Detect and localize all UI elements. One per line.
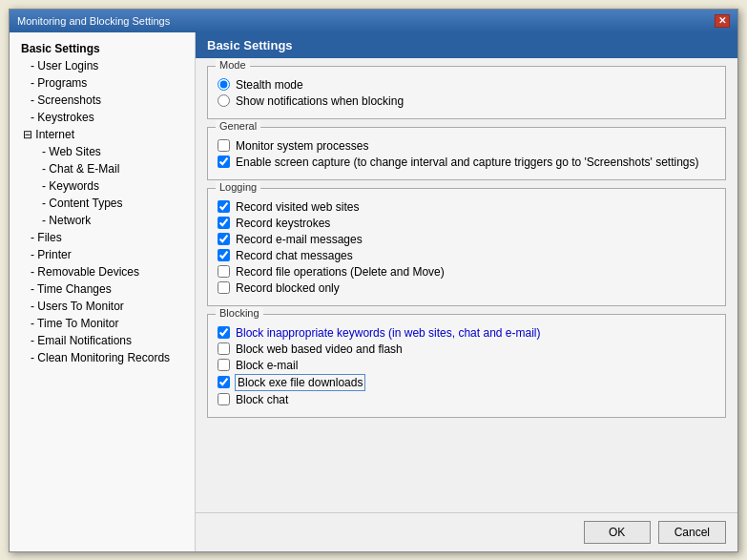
block-chat-checkbox[interactable]: [218, 393, 230, 405]
block-keywords-checkbox[interactable]: [218, 326, 230, 339]
stealth-radio[interactable]: [218, 78, 230, 91]
content-area: Basic Settings- User Logins- Programs- S…: [10, 32, 737, 551]
record-email-checkbox[interactable]: [218, 233, 230, 245]
sidebar-item-time-to-monitor[interactable]: - Time To Monitor: [13, 315, 191, 332]
show-notifications-label: Show notifications when blocking: [236, 94, 404, 108]
general-section: General Monitor system processes Enable …: [207, 127, 726, 180]
sidebar-item-removable-devices[interactable]: - Removable Devices: [13, 263, 191, 280]
block-chat-label: Block chat: [236, 393, 288, 406]
sidebar-item-keystrokes[interactable]: - Keystrokes: [13, 109, 191, 126]
block-chat-row: Block chat: [218, 393, 716, 406]
panel-body: Mode Stealth mode Show notifications whe…: [196, 58, 737, 512]
sidebar-item-programs[interactable]: - Programs: [13, 74, 191, 92]
sidebar-item-label: - Keystrokes: [31, 111, 94, 124]
monitor-system-checkbox[interactable]: [218, 139, 230, 152]
record-file-ops-checkbox[interactable]: [218, 265, 230, 278]
sidebar-item-label: - Keywords: [42, 179, 99, 193]
sidebar-item-label: - Files: [31, 231, 62, 244]
sidebar-item-label: ⊟ Internet: [23, 128, 74, 141]
record-blocked-checkbox[interactable]: [218, 281, 230, 294]
sidebar-item-label: - Email Notifications: [31, 334, 132, 347]
sidebar-item-network[interactable]: - Network: [13, 212, 191, 229]
block-exe-label: Block exe file downloads: [236, 375, 364, 390]
sidebar-item-user-logins[interactable]: - User Logins: [13, 57, 191, 74]
main-panel: Basic Settings Mode Stealth mode Show no…: [196, 32, 737, 551]
record-chat-row: Record chat messages: [218, 249, 716, 262]
sidebar-item-printer[interactable]: - Printer: [13, 246, 191, 263]
record-blocked-row: Record blocked only: [218, 281, 716, 295]
mode-section: Mode Stealth mode Show notifications whe…: [207, 66, 726, 119]
titlebar: Monitoring and Blocking Settings ✕: [10, 10, 737, 32]
ok-button[interactable]: OK: [584, 521, 651, 544]
block-exe-checkbox[interactable]: [218, 376, 230, 388]
block-video-row: Block web based video and flash: [218, 342, 716, 356]
general-label: General: [216, 120, 260, 132]
sidebar-item-label: - Printer: [31, 248, 72, 261]
block-video-checkbox[interactable]: [218, 342, 230, 355]
blocking-label: Blocking: [216, 307, 263, 319]
block-email-row: Block e-mail: [218, 359, 716, 372]
enable-screen-capture-row: Enable screen capture (to change interva…: [218, 156, 716, 169]
sidebar-item-label: - Content Types: [42, 197, 123, 210]
sidebar-item-email-notifications[interactable]: - Email Notifications: [13, 332, 191, 349]
sidebar-item-users-to-monitor[interactable]: - Users To Monitor: [13, 298, 191, 315]
stealth-row: Stealth mode: [218, 78, 716, 92]
enable-screen-capture-checkbox[interactable]: [218, 156, 230, 168]
cancel-button[interactable]: Cancel: [658, 521, 726, 544]
block-keywords-label: Block inappropriate keywords (in web sit…: [236, 326, 540, 340]
sidebar-item-label: - Programs: [31, 76, 87, 90]
sidebar-item-label: - Clean Monitoring Records: [31, 351, 170, 364]
block-email-label: Block e-mail: [236, 359, 298, 372]
sidebar-item-files[interactable]: - Files: [13, 229, 191, 246]
sidebar-item-clean-monitoring-records[interactable]: - Clean Monitoring Records: [13, 349, 191, 366]
mode-content: Stealth mode Show notifications when blo…: [218, 78, 716, 108]
record-email-row: Record e-mail messages: [218, 233, 716, 246]
block-video-label: Block web based video and flash: [236, 342, 403, 356]
logging-section: Logging Record visited web sites Record …: [207, 188, 726, 306]
record-web-sites-label: Record visited web sites: [236, 200, 359, 214]
sidebar-item-label: - User Logins: [31, 59, 98, 73]
sidebar-item-label: - Screenshots: [31, 93, 101, 107]
record-keystrokes-row: Record keystrokes: [218, 217, 716, 230]
sidebar: Basic Settings- User Logins- Programs- S…: [10, 32, 196, 551]
show-notifications-radio[interactable]: [218, 94, 230, 107]
sidebar-item-label: - Time To Monitor: [31, 317, 118, 330]
monitor-system-row: Monitor system processes: [218, 139, 716, 153]
sidebar-item-keywords[interactable]: - Keywords: [13, 177, 191, 195]
enable-screen-capture-label: Enable screen capture (to change interva…: [236, 156, 699, 169]
record-blocked-label: Record blocked only: [236, 281, 340, 295]
sidebar-item-internet[interactable]: ⊟ Internet: [13, 126, 191, 143]
record-file-ops-row: Record file operations (Delete and Move): [218, 265, 716, 279]
sidebar-item-label: - Web Sites: [42, 145, 101, 158]
block-email-checkbox[interactable]: [218, 359, 230, 371]
sidebar-item-time-changes[interactable]: - Time Changes: [13, 280, 191, 298]
sidebar-item-label: - Time Changes: [31, 282, 112, 296]
record-file-ops-label: Record file operations (Delete and Move): [236, 265, 445, 279]
record-chat-checkbox[interactable]: [218, 249, 230, 261]
footer-bar: OK Cancel: [196, 512, 737, 551]
blocking-content: Block inappropriate keywords (in web sit…: [218, 326, 716, 406]
general-content: Monitor system processes Enable screen c…: [218, 139, 716, 169]
logging-content: Record visited web sites Record keystrok…: [218, 200, 716, 295]
window-title: Monitoring and Blocking Settings: [17, 15, 170, 27]
sidebar-item-label: - Chat & E-Mail: [42, 162, 119, 176]
record-keystrokes-checkbox[interactable]: [218, 217, 230, 229]
block-exe-row: Block exe file downloads: [218, 375, 716, 390]
show-notif-row: Show notifications when blocking: [218, 94, 716, 108]
block-keywords-row: Block inappropriate keywords (in web sit…: [218, 326, 716, 340]
record-email-label: Record e-mail messages: [236, 233, 363, 246]
close-button[interactable]: ✕: [715, 14, 730, 28]
sidebar-item-content-types[interactable]: - Content Types: [13, 195, 191, 212]
panel-header: Basic Settings: [196, 32, 737, 58]
sidebar-item-chat-email[interactable]: - Chat & E-Mail: [13, 160, 191, 177]
record-web-sites-checkbox[interactable]: [218, 200, 230, 213]
sidebar-item-basic-settings[interactable]: Basic Settings: [13, 40, 191, 57]
record-web-sites-row: Record visited web sites: [218, 200, 716, 214]
monitor-system-label: Monitor system processes: [236, 139, 368, 153]
logging-label: Logging: [216, 181, 260, 193]
sidebar-item-label: - Users To Monitor: [31, 300, 124, 313]
sidebar-item-label: - Network: [42, 214, 91, 227]
sidebar-item-label: - Removable Devices: [31, 265, 139, 279]
sidebar-item-web-sites[interactable]: - Web Sites: [13, 143, 191, 160]
sidebar-item-screenshots[interactable]: - Screenshots: [13, 92, 191, 109]
